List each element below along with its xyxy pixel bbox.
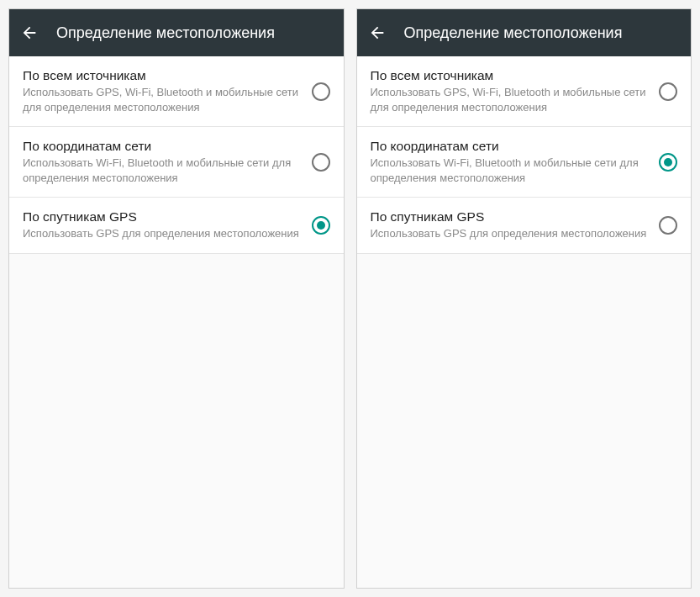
phone-screen-right: Определение местоположения По всем источ…	[356, 8, 692, 589]
phone-screen-left: Определение местоположения По всем источ…	[8, 8, 345, 589]
options-list: По всем источникам Использовать GPS, Wi-…	[357, 56, 692, 588]
option-gps-only[interactable]: По спутникам GPS Использовать GPS для оп…	[9, 198, 344, 254]
option-text: По спутникам GPS Использовать GPS для оп…	[371, 209, 660, 241]
radio-button[interactable]	[312, 153, 330, 172]
option-subtitle: Использовать GPS для определения местопо…	[23, 226, 302, 241]
option-text: По всем источникам Использовать GPS, Wi-…	[371, 68, 660, 114]
radio-button[interactable]	[312, 82, 330, 101]
option-title: По всем источникам	[23, 68, 302, 83]
radio-button[interactable]	[659, 153, 677, 172]
option-network[interactable]: По координатам сети Использовать Wi-Fi, …	[9, 127, 344, 198]
page-title: Определение местоположения	[56, 24, 275, 42]
option-title: По координатам сети	[23, 139, 302, 154]
option-gps-only[interactable]: По спутникам GPS Использовать GPS для оп…	[357, 198, 692, 254]
appbar: Определение местоположения	[357, 9, 692, 56]
arrow-back-icon	[20, 24, 39, 42]
option-network[interactable]: По координатам сети Использовать Wi-Fi, …	[357, 127, 692, 198]
option-high-accuracy[interactable]: По всем источникам Использовать GPS, Wi-…	[357, 56, 692, 127]
arrow-back-icon	[368, 24, 387, 42]
radio-button[interactable]	[312, 216, 330, 235]
option-subtitle: Использовать Wi-Fi, Bluetooth и мобильны…	[23, 156, 302, 185]
radio-button[interactable]	[659, 82, 677, 101]
option-subtitle: Использовать Wi-Fi, Bluetooth и мобильны…	[371, 156, 650, 185]
option-text: По координатам сети Использовать Wi-Fi, …	[23, 139, 312, 185]
radio-button[interactable]	[659, 216, 677, 235]
option-title: По спутникам GPS	[371, 209, 650, 225]
option-subtitle: Использовать GPS, Wi-Fi, Bluetooth и моб…	[371, 85, 650, 114]
page-title: Определение местоположения	[404, 24, 623, 42]
back-button[interactable]	[367, 23, 387, 43]
option-text: По всем источникам Использовать GPS, Wi-…	[23, 68, 312, 114]
option-title: По всем источникам	[371, 68, 650, 83]
option-subtitle: Использовать GPS для определения местопо…	[371, 226, 650, 241]
option-text: По координатам сети Использовать Wi-Fi, …	[371, 139, 660, 185]
option-high-accuracy[interactable]: По всем источникам Использовать GPS, Wi-…	[9, 56, 344, 127]
option-subtitle: Использовать GPS, Wi-Fi, Bluetooth и моб…	[23, 85, 302, 114]
option-title: По спутникам GPS	[23, 209, 302, 225]
back-button[interactable]	[19, 23, 39, 43]
appbar: Определение местоположения	[9, 9, 344, 56]
option-text: По спутникам GPS Использовать GPS для оп…	[23, 209, 312, 241]
options-list: По всем источникам Использовать GPS, Wi-…	[9, 56, 344, 588]
option-title: По координатам сети	[371, 139, 650, 154]
